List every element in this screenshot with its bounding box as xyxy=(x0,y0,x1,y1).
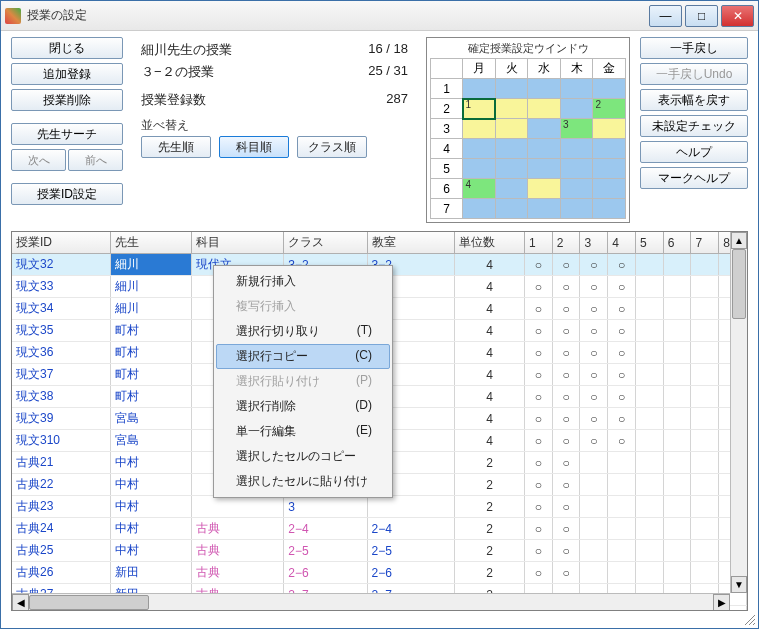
table-cell[interactable]: 現文32 xyxy=(12,254,110,276)
mark-cell[interactable] xyxy=(635,518,663,540)
table-header[interactable]: 授業ID xyxy=(12,232,110,254)
mark-cell[interactable] xyxy=(663,276,691,298)
mark-cell[interactable]: ○ xyxy=(580,254,608,276)
menu-item[interactable]: 選択行切り取り(T) xyxy=(216,319,390,344)
mark-cell[interactable]: ○ xyxy=(524,518,552,540)
mark-cell[interactable] xyxy=(691,474,719,496)
undo-button[interactable]: 一手戻し xyxy=(640,37,748,59)
mark-cell[interactable]: ○ xyxy=(580,386,608,408)
mark-cell[interactable] xyxy=(635,320,663,342)
mark-cell[interactable]: ○ xyxy=(524,342,552,364)
grid-cell[interactable] xyxy=(495,79,528,99)
table-cell[interactable]: 新田 xyxy=(110,562,191,584)
context-menu[interactable]: 新規行挿入複写行挿入選択行切り取り(T)選択行コピー(C)選択行貼り付け(P)選… xyxy=(213,265,393,498)
grid-cell[interactable] xyxy=(495,119,528,139)
mark-cell[interactable] xyxy=(691,254,719,276)
table-cell[interactable]: 古典 xyxy=(191,518,284,540)
mark-cell[interactable]: ○ xyxy=(552,276,580,298)
grid-cell[interactable] xyxy=(528,99,561,119)
schedule-grid[interactable]: 月火水木金12123345647 xyxy=(430,58,626,219)
mark-cell[interactable]: ○ xyxy=(552,298,580,320)
resize-grip-icon[interactable] xyxy=(742,612,756,626)
mark-cell[interactable] xyxy=(691,518,719,540)
grid-cell[interactable]: 4 xyxy=(463,179,496,199)
table-cell[interactable]: 町村 xyxy=(110,342,191,364)
table-cell[interactable] xyxy=(191,496,284,518)
sort-class-button[interactable]: クラス順 xyxy=(297,136,367,158)
mark-cell[interactable]: ○ xyxy=(552,540,580,562)
table-cell[interactable]: 4 xyxy=(455,430,524,452)
table-cell[interactable]: 古典 xyxy=(191,540,284,562)
grid-cell[interactable] xyxy=(528,79,561,99)
mark-cell[interactable]: ○ xyxy=(580,342,608,364)
table-cell[interactable]: 2−6 xyxy=(284,562,367,584)
mark-cell[interactable] xyxy=(691,320,719,342)
mark-cell[interactable]: ○ xyxy=(524,254,552,276)
table-cell[interactable]: 3 xyxy=(284,496,367,518)
mark-cell[interactable] xyxy=(635,342,663,364)
table-cell[interactable]: 2 xyxy=(455,562,524,584)
mark-cell[interactable] xyxy=(635,452,663,474)
table-cell[interactable]: 現文310 xyxy=(12,430,110,452)
mark-cell[interactable]: ○ xyxy=(552,518,580,540)
table-cell[interactable]: 古典21 xyxy=(12,452,110,474)
table-cell[interactable]: 4 xyxy=(455,298,524,320)
horizontal-scrollbar[interactable]: ◀ ▶ xyxy=(12,593,730,610)
mark-cell[interactable] xyxy=(663,254,691,276)
table-cell[interactable]: 現文37 xyxy=(12,364,110,386)
table-cell[interactable]: 2 xyxy=(455,496,524,518)
grid-cell[interactable] xyxy=(495,99,528,119)
mark-cell[interactable] xyxy=(663,518,691,540)
grid-cell[interactable] xyxy=(463,159,496,179)
grid-cell[interactable] xyxy=(593,119,626,139)
menu-item[interactable]: 選択行削除(D) xyxy=(216,394,390,419)
table-cell[interactable]: 2 xyxy=(455,452,524,474)
mark-cell[interactable]: ○ xyxy=(552,562,580,584)
mark-cell[interactable] xyxy=(663,562,691,584)
table-cell[interactable]: 古典26 xyxy=(12,562,110,584)
menu-item[interactable]: 新規行挿入 xyxy=(216,269,390,294)
mark-help-button[interactable]: マークヘルプ xyxy=(640,167,748,189)
table-row[interactable]: 古典23中村32○○ xyxy=(12,496,747,518)
grid-cell[interactable]: 1 xyxy=(463,99,496,119)
mark-cell[interactable]: ○ xyxy=(608,320,636,342)
mark-cell[interactable] xyxy=(663,298,691,320)
reset-width-button[interactable]: 表示幅を戻す xyxy=(640,89,748,111)
table-cell[interactable]: 2−5 xyxy=(367,540,455,562)
teacher-search-button[interactable]: 先生サーチ xyxy=(11,123,123,145)
mark-cell[interactable]: ○ xyxy=(524,540,552,562)
table-cell[interactable]: 中村 xyxy=(110,540,191,562)
grid-cell[interactable] xyxy=(528,139,561,159)
mark-cell[interactable]: ○ xyxy=(524,320,552,342)
close-window-button[interactable]: ✕ xyxy=(721,5,754,27)
scroll-down-arrow-icon[interactable]: ▼ xyxy=(731,576,747,593)
grid-cell[interactable] xyxy=(560,139,593,159)
mark-cell[interactable]: ○ xyxy=(608,364,636,386)
table-cell[interactable]: 古典24 xyxy=(12,518,110,540)
hscroll-thumb[interactable] xyxy=(29,595,149,610)
grid-cell[interactable] xyxy=(495,199,528,219)
menu-item[interactable]: 選択行コピー(C) xyxy=(216,344,390,369)
table-header[interactable]: 5 xyxy=(635,232,663,254)
table-cell[interactable]: 細川 xyxy=(110,254,191,276)
next-button[interactable]: 次へ xyxy=(11,149,66,171)
mark-cell[interactable] xyxy=(691,364,719,386)
mark-cell[interactable] xyxy=(663,320,691,342)
menu-item[interactable]: 選択したセルに貼り付け xyxy=(216,469,390,494)
table-cell[interactable]: 町村 xyxy=(110,364,191,386)
mark-cell[interactable] xyxy=(691,342,719,364)
mark-cell[interactable]: ○ xyxy=(608,386,636,408)
mark-cell[interactable] xyxy=(608,518,636,540)
table-cell[interactable]: 現文33 xyxy=(12,276,110,298)
grid-cell[interactable]: 2 xyxy=(593,99,626,119)
table-cell[interactable]: 4 xyxy=(455,342,524,364)
table-cell[interactable]: 2−4 xyxy=(367,518,455,540)
mark-cell[interactable] xyxy=(663,364,691,386)
grid-cell[interactable] xyxy=(528,159,561,179)
grid-cell[interactable] xyxy=(560,79,593,99)
mark-cell[interactable] xyxy=(635,254,663,276)
table-cell[interactable]: 2−5 xyxy=(284,540,367,562)
mark-cell[interactable]: ○ xyxy=(524,496,552,518)
mark-cell[interactable] xyxy=(691,276,719,298)
mark-cell[interactable] xyxy=(635,386,663,408)
